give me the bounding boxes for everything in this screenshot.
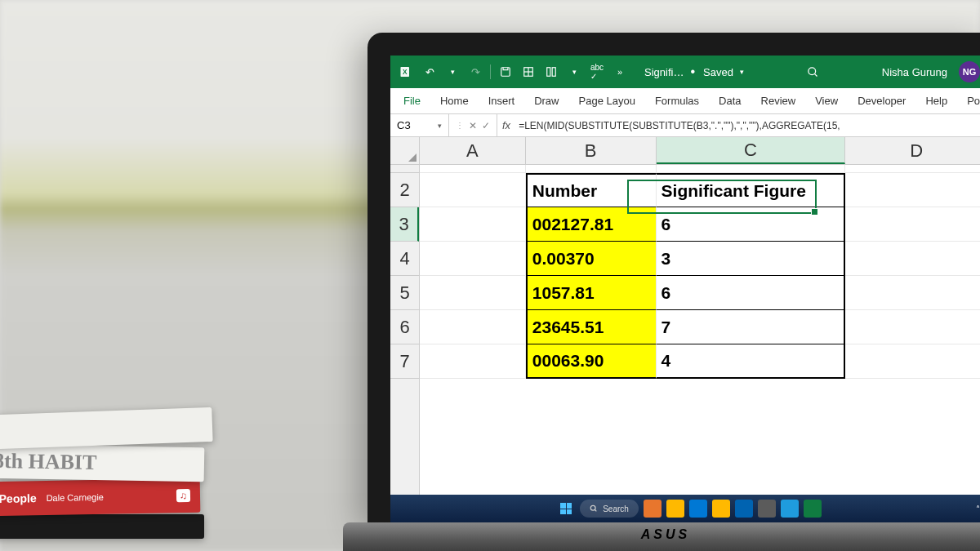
cancel-icon[interactable]: ✕ (469, 120, 477, 131)
taskbar-app-5[interactable] (735, 500, 753, 518)
excel-icon: X (399, 64, 415, 80)
column-headers: A B C D (420, 137, 980, 165)
taskbar-app-2[interactable] (666, 500, 684, 518)
cell-d2[interactable] (845, 173, 980, 207)
fx-label[interactable]: fx (497, 119, 515, 131)
save-status[interactable]: Saved (703, 66, 733, 78)
svg-point-10 (590, 505, 595, 510)
cell-d1[interactable] (845, 165, 980, 173)
title-bar: X ↶ ▾ ↷ ▾ abc✓ » Signifi… • Saved ▾ (390, 56, 980, 88)
cells-area: Number Significant Figure 002127.81 6 0.… (420, 165, 980, 495)
cell-b2[interactable]: Number (526, 173, 657, 207)
search-icon[interactable] (804, 64, 821, 80)
cell-b7[interactable]: 00063.90 (526, 344, 657, 379)
select-all-corner[interactable] (390, 137, 420, 165)
search-placeholder: Search (603, 504, 629, 513)
book-1 (0, 407, 213, 449)
book-2: 8th HABIT (0, 444, 204, 482)
col-header-b[interactable]: B (526, 137, 657, 164)
taskbar-tray[interactable]: ˄ (976, 504, 980, 513)
user-avatar[interactable]: NG (959, 61, 980, 82)
tray-chevron-icon[interactable]: ˄ (976, 504, 980, 513)
row-header-4[interactable]: 4 (390, 242, 419, 276)
tab-review[interactable]: Review (753, 90, 804, 112)
cell-a1[interactable] (420, 165, 526, 173)
cell-b3[interactable]: 002127.81 (526, 207, 657, 242)
tab-view[interactable]: View (807, 90, 846, 112)
save-icon[interactable] (497, 64, 514, 80)
tab-draw[interactable]: Draw (526, 90, 567, 112)
cell-a2[interactable] (420, 173, 526, 207)
row-header-1[interactable] (390, 165, 419, 173)
cell-c5[interactable]: 6 (657, 276, 846, 310)
tab-formulas[interactable]: Formulas (647, 90, 707, 112)
laptop-brand: ASUS (641, 527, 690, 542)
row-header-2[interactable]: 2 (390, 173, 419, 207)
enter-icon[interactable]: ✓ (482, 120, 490, 131)
tab-power-pivot[interactable]: Power Pivo (959, 90, 980, 112)
taskbar-app-7[interactable] (781, 500, 799, 518)
start-button[interactable] (557, 500, 575, 518)
qat-icon-2[interactable] (543, 64, 559, 80)
user-name[interactable]: Nisha Gurung (882, 66, 947, 78)
tab-data[interactable]: Data (710, 90, 749, 112)
taskbar-app-4[interactable] (712, 500, 730, 518)
tab-page-layout[interactable]: Page Layou (571, 90, 644, 112)
cell-c4[interactable]: 3 (657, 242, 846, 276)
row-6: 23645.51 7 (420, 310, 980, 344)
cell-d6[interactable] (845, 310, 980, 344)
name-box-chevron-icon[interactable]: ▾ (438, 122, 442, 130)
tab-home[interactable]: Home (432, 90, 477, 112)
cell-a5[interactable] (420, 276, 526, 310)
name-box[interactable]: C3 ▾ (390, 114, 449, 136)
cell-c7[interactable]: 4 (657, 344, 846, 379)
cell-c3[interactable]: 6 (657, 207, 846, 242)
taskbar-app-1[interactable] (644, 500, 662, 518)
cell-b1[interactable] (526, 165, 657, 173)
tab-developer[interactable]: Developer (849, 90, 914, 112)
row-header-6[interactable]: 6 (390, 310, 419, 344)
taskbar-app-3[interactable] (689, 500, 707, 518)
col-header-a[interactable]: A (420, 137, 526, 164)
tab-help[interactable]: Help (917, 90, 956, 112)
cell-a7[interactable] (420, 344, 526, 379)
cell-c2[interactable]: Significant Figure (657, 173, 846, 207)
row-5: 1057.81 6 (420, 276, 980, 310)
cell-a6[interactable] (420, 310, 526, 344)
qat-icon-1[interactable] (520, 64, 537, 80)
more-icon[interactable]: » (612, 64, 628, 80)
qat-chevron-icon[interactable]: ▾ (566, 64, 582, 80)
cell-d7[interactable] (845, 344, 980, 379)
book-2-title: 8th HABIT (0, 449, 97, 475)
taskbar-app-6[interactable] (758, 500, 776, 518)
formula-input[interactable]: =LEN(MID(SUBSTITUTE(SUBSTITUTE(B3,".",""… (515, 120, 980, 131)
tab-file[interactable]: File (395, 90, 429, 112)
save-chevron-icon[interactable]: ▾ (740, 68, 744, 76)
undo-chevron-icon[interactable]: ▾ (444, 64, 461, 80)
row-header-7[interactable]: 7 (390, 344, 419, 379)
col-header-d[interactable]: D (845, 137, 980, 164)
row-header-3[interactable]: 3 (390, 207, 419, 242)
cell-b6[interactable]: 23645.51 (526, 310, 657, 344)
book-3-badge: ♫ (176, 489, 190, 502)
col-header-c[interactable]: C (657, 137, 846, 164)
cell-d4[interactable] (845, 242, 980, 276)
cell-c1[interactable] (657, 165, 846, 173)
svg-rect-7 (552, 68, 555, 77)
tab-insert[interactable]: Insert (480, 90, 523, 112)
spellcheck-icon[interactable]: abc✓ (589, 64, 605, 80)
row-header-5[interactable]: 5 (390, 276, 419, 310)
cell-b5[interactable]: 1057.81 (526, 276, 657, 310)
undo-icon[interactable]: ↶ (421, 64, 438, 80)
taskbar-app-excel[interactable] (804, 500, 822, 518)
spreadsheet-grid[interactable]: A B C D 2 3 4 5 6 7 (390, 137, 980, 495)
cell-d3[interactable] (845, 207, 980, 242)
cell-b4[interactable]: 0.00370 (526, 242, 657, 276)
cell-d5[interactable] (845, 276, 980, 310)
taskbar-search[interactable]: Search (580, 500, 639, 518)
row-2: Number Significant Figure (420, 173, 980, 207)
cell-a3[interactable] (420, 207, 526, 242)
cell-a4[interactable] (420, 242, 526, 276)
cell-c6[interactable]: 7 (657, 310, 846, 344)
redo-icon[interactable]: ↷ (467, 64, 483, 80)
